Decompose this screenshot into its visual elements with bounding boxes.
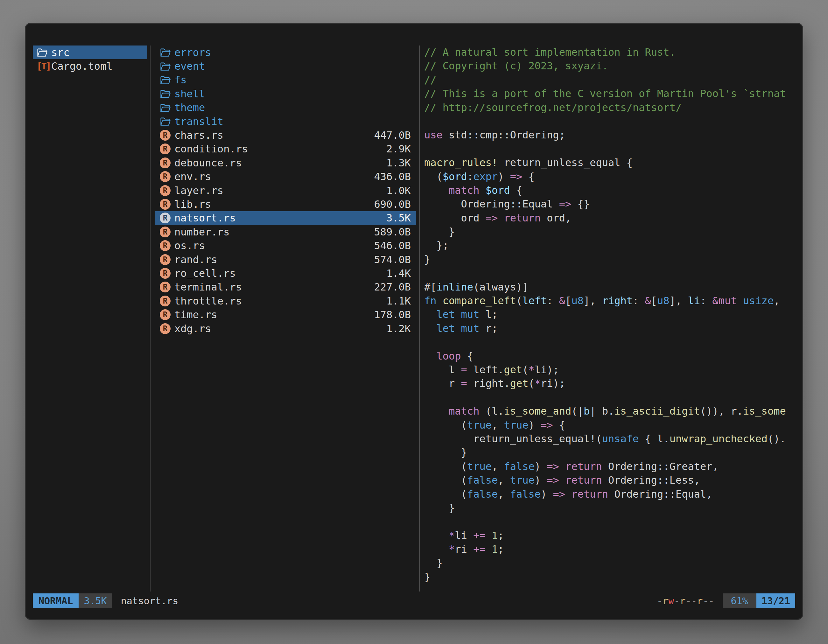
entry-size: 574.0B bbox=[374, 254, 411, 266]
code-line bbox=[424, 142, 795, 156]
rust-file-icon: R bbox=[160, 309, 174, 320]
perm-char: r bbox=[680, 595, 685, 606]
file-row-Cargo.toml[interactable]: [T]Cargo.toml bbox=[33, 59, 147, 73]
entry-name: natsort.rs bbox=[174, 212, 236, 224]
code-line: (false, false) => return Ordering::Equal… bbox=[424, 487, 795, 501]
code-line: // bbox=[424, 73, 795, 87]
perm-char: - bbox=[685, 595, 691, 606]
entry-size: 436.0B bbox=[374, 171, 411, 183]
file-row-terminal.rs[interactable]: Rterminal.rs227.0B bbox=[155, 280, 416, 294]
entry-size: 2.9K bbox=[386, 143, 411, 155]
dir-row-event[interactable]: event bbox=[155, 59, 416, 73]
rust-file-icon: R bbox=[160, 268, 174, 279]
code-line: } bbox=[424, 253, 795, 266]
perm-char: r bbox=[697, 595, 703, 606]
entry-name: throttle.rs bbox=[174, 295, 242, 307]
folder-icon bbox=[160, 89, 174, 99]
code-line: ($ord:expr) => { bbox=[424, 170, 795, 183]
file-row-os.rs[interactable]: Ros.rs546.0B bbox=[155, 239, 416, 252]
folder-icon bbox=[160, 47, 174, 57]
dir-row-translit[interactable]: translit bbox=[155, 114, 416, 128]
code-line: // http://sourcefrog.net/projects/natsor… bbox=[424, 101, 795, 114]
code-line: // This is a port of the C version of Ma… bbox=[424, 87, 795, 100]
entry-name: ro_cell.rs bbox=[174, 267, 236, 279]
code-line: (true, false) => return Ordering::Greate… bbox=[424, 460, 795, 473]
rust-file-icon: R bbox=[160, 323, 174, 334]
entry-name: theme bbox=[174, 102, 205, 114]
perm-char: - bbox=[708, 595, 714, 606]
code-line: l = left.get(*li); bbox=[424, 363, 795, 377]
rust-file-icon: R bbox=[160, 254, 174, 265]
status-filename: natsort.rs bbox=[121, 594, 179, 608]
code-line: match (l.is_some_and(|b| b.is_ascii_digi… bbox=[424, 404, 795, 418]
file-row-layer.rs[interactable]: Rlayer.rs1.0K bbox=[155, 183, 416, 197]
file-row-rand.rs[interactable]: Rrand.rs574.0B bbox=[155, 253, 416, 266]
entry-name: Cargo.toml bbox=[51, 60, 113, 72]
code-line: *ri += 1; bbox=[424, 542, 795, 556]
code-line: let mut r; bbox=[424, 322, 795, 335]
dir-row-shell[interactable]: shell bbox=[155, 87, 416, 100]
dir-row-src[interactable]: src bbox=[33, 45, 147, 59]
file-row-number.rs[interactable]: Rnumber.rs589.0B bbox=[155, 225, 416, 239]
file-row-lib.rs[interactable]: Rlib.rs690.0B bbox=[155, 197, 416, 211]
entry-name: xdg.rs bbox=[174, 323, 211, 335]
folder-icon bbox=[160, 103, 174, 113]
rust-file-icon: R bbox=[160, 240, 174, 251]
parent-pane: src[T]Cargo.toml bbox=[33, 45, 150, 591]
entry-size: 1.2K bbox=[386, 323, 411, 335]
code-line: (false, true) => return Ordering::Less, bbox=[424, 473, 795, 487]
entry-size: 589.0B bbox=[374, 226, 411, 238]
rust-file-icon: R bbox=[160, 296, 174, 306]
entry-size: 178.0B bbox=[374, 309, 411, 321]
entry-name: terminal.rs bbox=[174, 281, 242, 293]
code-line: // A natural sort implementation in Rust… bbox=[424, 45, 795, 59]
entry-name: lib.rs bbox=[174, 198, 211, 210]
dir-row-errors[interactable]: errors bbox=[155, 45, 416, 59]
entry-size: 1.4K bbox=[386, 267, 411, 279]
entry-name: time.rs bbox=[174, 309, 217, 321]
code-line: }; bbox=[424, 239, 795, 252]
dir-row-fs[interactable]: fs bbox=[155, 73, 416, 87]
cursor-position-chip: 13/21 bbox=[756, 594, 795, 608]
code-line bbox=[424, 266, 795, 280]
file-size-chip: 3.5K bbox=[78, 594, 112, 608]
toml-file-icon: [T] bbox=[37, 61, 51, 72]
entry-name: errors bbox=[174, 47, 211, 58]
entry-name: shell bbox=[174, 88, 205, 100]
code-line: Ordering::Equal => {} bbox=[424, 197, 795, 211]
file-row-condition.rs[interactable]: Rcondition.rs2.9K bbox=[155, 142, 416, 156]
folder-icon bbox=[160, 75, 174, 85]
file-row-env.rs[interactable]: Renv.rs436.0B bbox=[155, 170, 416, 183]
code-line: match $ord { bbox=[424, 183, 795, 197]
file-row-throttle.rs[interactable]: Rthrottle.rs1.1K bbox=[155, 294, 416, 308]
preview-pane[interactable]: // A natural sort implementation in Rust… bbox=[420, 45, 795, 591]
file-row-debounce.rs[interactable]: Rdebounce.rs1.3K bbox=[155, 156, 416, 169]
dir-row-theme[interactable]: theme bbox=[155, 101, 416, 114]
entry-name: translit bbox=[174, 116, 223, 128]
code-line: ord => return ord, bbox=[424, 211, 795, 225]
file-row-ro_cell.rs[interactable]: Rro_cell.rs1.4K bbox=[155, 266, 416, 280]
code-line: return_unless_equal!(unsafe { l.unwrap_u… bbox=[424, 432, 795, 446]
rust-file-icon: R bbox=[160, 171, 174, 182]
entry-size: 447.0B bbox=[374, 129, 411, 141]
folder-icon bbox=[37, 47, 51, 57]
entry-name: chars.rs bbox=[174, 129, 223, 141]
rust-file-icon: R bbox=[160, 144, 174, 154]
rust-file-icon: R bbox=[160, 130, 174, 141]
entry-size: 546.0B bbox=[374, 240, 411, 252]
perm-char: - bbox=[657, 595, 663, 606]
file-row-natsort.rs[interactable]: Rnatsort.rs3.5K bbox=[155, 211, 416, 225]
rust-file-icon: R bbox=[160, 282, 174, 292]
code-line bbox=[424, 335, 795, 349]
rust-file-icon: R bbox=[160, 213, 174, 223]
file-row-chars.rs[interactable]: Rchars.rs447.0B bbox=[155, 128, 416, 142]
code-line bbox=[424, 515, 795, 528]
entry-name: layer.rs bbox=[174, 185, 223, 197]
rust-file-icon: R bbox=[160, 185, 174, 196]
rust-file-icon: R bbox=[160, 199, 174, 210]
perm-char: - bbox=[691, 595, 697, 606]
file-row-xdg.rs[interactable]: Rxdg.rs1.2K bbox=[155, 322, 416, 335]
file-row-time.rs[interactable]: Rtime.rs178.0B bbox=[155, 308, 416, 321]
entry-name: event bbox=[174, 60, 205, 72]
code-line: // Copyright (c) 2023, sxyazi. bbox=[424, 59, 795, 73]
